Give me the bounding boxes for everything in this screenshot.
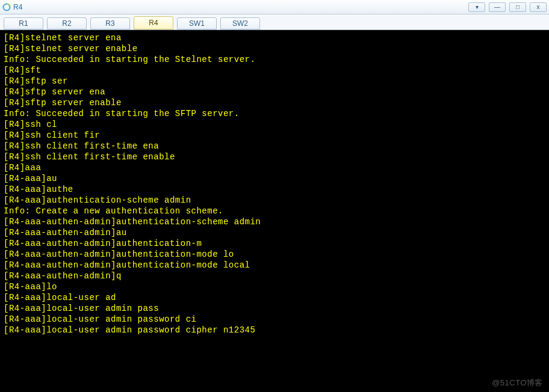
window-title: R4 — [13, 3, 22, 11]
terminal-output[interactable]: [R4]stelnet server ena[R4]stelnet server… — [0, 30, 549, 392]
terminal-line: [R4-aaa-authen-admin]q — [4, 271, 545, 281]
terminal-line: [R4-aaa]au — [4, 173, 545, 184]
terminal-line: [R4]sftp server ena — [4, 87, 545, 97]
terminal-line: [R4]sftp server enable — [4, 97, 545, 108]
chevron-down-icon: ▾ — [476, 4, 479, 10]
terminal-line: [R4]sftp ser — [4, 76, 545, 87]
terminal-line: [R4-aaa-authen-admin]authentication-sche… — [4, 216, 545, 227]
terminal-line: [R4]stelnet server ena — [4, 32, 545, 43]
terminal-line: [R4-aaa-authen-admin]authentication-m — [4, 238, 545, 249]
terminal-line: [R4]ssh client first-time ena — [4, 141, 545, 152]
tab-sw1[interactable]: SW1 — [177, 17, 217, 29]
watermark: @51CTO博客 — [492, 378, 543, 388]
terminal-line: [R4-aaa]local-user ad — [4, 292, 545, 303]
tab-label: R3 — [105, 19, 114, 28]
tab-label: SW1 — [189, 19, 205, 28]
dropdown-button[interactable]: ▾ — [468, 2, 485, 12]
terminal-line: [R4-aaa]local-user admin password cipher… — [4, 325, 545, 335]
terminal-line: [R4-aaa]local-user admin password ci — [4, 314, 545, 325]
tab-label: R2 — [62, 19, 71, 28]
app-window: R4 ▾ — □ x R1R2R3R4SW1SW2 [R4]stelnet se… — [0, 0, 549, 392]
tab-r3[interactable]: R3 — [90, 17, 130, 29]
terminal-line: [R4]aaa — [4, 162, 545, 173]
tab-label: R4 — [149, 19, 158, 27]
tab-label: R1 — [19, 19, 28, 28]
app-icon — [2, 3, 11, 11]
scrollbar[interactable] — [544, 30, 549, 392]
minimize-icon: — — [494, 4, 500, 10]
terminal-line: [R4-aaa-authen-admin]au — [4, 227, 545, 238]
terminal-line: [R4-aaa]authe — [4, 184, 545, 195]
terminal-line: Info: Create a new authentication scheme… — [4, 206, 545, 216]
terminal-line: Info: Succeeded in starting the SFTP ser… — [4, 108, 545, 119]
terminal-line: [R4]ssh client first-time enable — [4, 152, 545, 162]
tabbar: R1R2R3R4SW1SW2 — [0, 14, 549, 30]
terminal-line: [R4-aaa]local-user admin pass — [4, 303, 545, 314]
terminal-line: [R4-aaa-authen-admin]authentication-mode… — [4, 260, 545, 271]
terminal-line: [R4]ssh cl — [4, 119, 545, 130]
window-controls: ▾ — □ x — [468, 2, 547, 12]
titlebar[interactable]: R4 ▾ — □ x — [0, 0, 549, 14]
tab-label: SW2 — [232, 19, 248, 28]
tab-r4[interactable]: R4 — [134, 16, 173, 29]
terminal-line: [R4]stelnet server enable — [4, 43, 545, 54]
minimize-button[interactable]: — — [489, 2, 506, 12]
tab-sw2[interactable]: SW2 — [220, 17, 260, 29]
tab-r1[interactable]: R1 — [4, 17, 43, 29]
close-icon: x — [537, 4, 540, 10]
terminal-line: [R4-aaa]lo — [4, 281, 545, 292]
terminal-line: [R4-aaa]authentication-scheme admin — [4, 195, 545, 206]
close-button[interactable]: x — [530, 2, 547, 12]
maximize-button[interactable]: □ — [509, 2, 526, 12]
terminal-line: [R4-aaa-authen-admin]authentication-mode… — [4, 249, 545, 260]
terminal-line: [R4]sft — [4, 65, 545, 76]
terminal-line: Info: Succeeded in starting the Stelnet … — [4, 54, 545, 65]
terminal-line: [R4]ssh client fir — [4, 130, 545, 141]
tab-r2[interactable]: R2 — [47, 17, 87, 29]
maximize-icon: □ — [516, 4, 520, 10]
